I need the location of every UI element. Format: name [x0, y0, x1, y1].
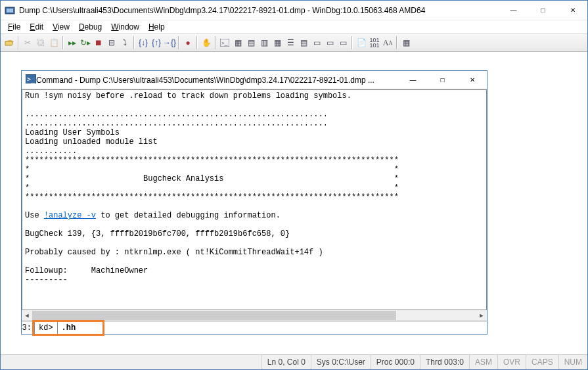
command-window-icon[interactable]: >_ [219, 36, 231, 49]
binary-icon[interactable]: 101101 [369, 36, 380, 49]
toolbar: ✂ ⿻ 📋 ▸▸ ↻▸ ⏹ ⊟ ⤵ {↓} {↑} →{} ● ✋ >_ ▦ ▤… [1, 34, 587, 52]
output-line: Loading User Symbols [25, 128, 120, 137]
output-line: ........................................… [25, 110, 328, 119]
mdi-client-area: >_ Command - Dump C:\Users\ultraali453\D… [1, 52, 587, 354]
close-button[interactable]: ✕ [558, 1, 587, 20]
paste-icon[interactable]: 📋 [48, 36, 60, 49]
command-titlebar[interactable]: >_ Command - Dump C:\Users\ultraali453\D… [22, 71, 487, 89]
scroll-left-arrow-icon[interactable]: ◄ [22, 310, 32, 321]
command-icon: >_ [26, 74, 36, 85]
processor-number: 3: [22, 321, 35, 334]
command-input[interactable]: .hh [58, 321, 487, 334]
output-line: * * [25, 183, 399, 193]
cmd-minimize-button[interactable]: — [398, 71, 428, 89]
command-output[interactable]: Run !sym noisy before .reload to track d… [22, 89, 487, 310]
menu-help[interactable]: Help [144, 21, 170, 33]
scroll-right-arrow-icon[interactable]: ► [476, 310, 487, 321]
command-input-bar: 3: kd> .hh [22, 321, 487, 334]
break-icon[interactable]: ⊟ [106, 36, 118, 49]
menu-file[interactable]: File [3, 21, 25, 33]
output-line: Probably caused by : ntkrnlmp.exe ( nt!K… [25, 248, 323, 257]
output-line: * Bugcheck Analysis * [25, 174, 399, 183]
main-titlebar: Dump C:\Users\ultraali453\Documents\WinD… [1, 1, 587, 20]
registers-window-icon[interactable]: ▥ [258, 36, 270, 49]
command-prompt: kd> [35, 321, 58, 334]
output-line: ****************************************… [25, 193, 399, 202]
command-window-title: Command - Dump C:\Users\ultraali453\Docu… [36, 76, 398, 85]
disasm-window-icon[interactable]: ▤ [298, 36, 309, 49]
copy-icon[interactable]: ⿻ [35, 36, 47, 49]
status-sys[interactable]: Sys 0:C:\User [311, 355, 371, 369]
output-line: BugCheck 139, {3, ffffb2019b6fc700, ffff… [25, 229, 290, 239]
window-title: Dump C:\Users\ultraali453\Documents\WinD… [19, 6, 499, 15]
menu-window[interactable]: Window [106, 21, 144, 33]
minimize-button[interactable]: — [499, 1, 528, 20]
statusbar: Ln 0, Col 0 Sys 0:C:\User Proc 000:0 Thr… [1, 354, 587, 369]
watch-window-icon[interactable]: ▦ [232, 36, 244, 49]
memory-window-icon[interactable]: ▦ [271, 36, 283, 49]
scratch-window-icon[interactable]: ▭ [311, 36, 323, 49]
output-line: Loading unloaded module list [25, 137, 158, 147]
status-thrd[interactable]: Thrd 003:0 [420, 355, 469, 369]
cmd-maximize-button[interactable]: □ [428, 71, 457, 89]
output-line: ****************************************… [25, 156, 399, 165]
output-line: ........................................… [25, 119, 328, 128]
status-ln-col: Ln 0, Col 0 [261, 355, 311, 369]
output-line: * * [25, 165, 399, 174]
app-icon [5, 5, 15, 16]
processes-window-icon[interactable]: ▭ [324, 36, 336, 49]
run-to-cursor-icon[interactable]: →{} [164, 36, 175, 49]
step-into-icon[interactable]: ⤵ [119, 36, 131, 49]
go-icon[interactable]: ▸▸ [66, 36, 78, 49]
svg-text:>_: >_ [27, 76, 35, 83]
step-out-icon[interactable]: {↑} [150, 36, 162, 49]
cut-icon[interactable]: ✂ [22, 36, 34, 49]
status-proc[interactable]: Proc 000:0 [371, 355, 420, 369]
maximize-button[interactable]: □ [528, 1, 558, 20]
svg-text:>_: >_ [221, 40, 228, 46]
hand-icon[interactable]: ✋ [200, 36, 212, 49]
font-icon[interactable]: AA [382, 36, 394, 49]
output-line: --------- [25, 275, 68, 285]
output-line: Run !sym noisy before .reload to track d… [25, 91, 351, 101]
menubar: File Edit View Debug Window Help [1, 20, 587, 34]
statusbar-icon [1, 357, 11, 367]
scroll-track[interactable] [32, 310, 476, 321]
status-ovr: OVR [497, 355, 526, 369]
horizontal-scrollbar[interactable]: ◄ ► [22, 310, 487, 321]
scroll-thumb[interactable] [32, 311, 396, 320]
breakpoint-icon[interactable]: ● [182, 36, 194, 49]
status-caps: CAPS [526, 355, 558, 369]
threads-window-icon[interactable]: ▭ [337, 36, 349, 49]
analyze-link[interactable]: !analyze -v [44, 211, 96, 220]
step-over-icon[interactable]: {↓} [137, 36, 149, 49]
command-window: >_ Command - Dump C:\Users\ultraali453\D… [21, 70, 487, 335]
stop-icon[interactable]: ⏹ [93, 36, 104, 49]
cmd-close-button[interactable]: ✕ [457, 71, 487, 89]
source-mode-icon[interactable]: 📄 [355, 36, 367, 49]
locals-window-icon[interactable]: ▤ [245, 36, 257, 49]
window-controls: — □ ✕ [499, 1, 587, 20]
output-line: Use !analyze -v to get detailed debuggin… [25, 211, 281, 220]
status-asm: ASM [469, 355, 497, 369]
options-icon[interactable]: ▦ [400, 36, 412, 49]
menu-view[interactable]: View [48, 21, 74, 33]
open-icon[interactable] [3, 36, 15, 49]
output-line: Followup: MachineOwner [25, 266, 148, 275]
callstack-window-icon[interactable]: ☰ [284, 36, 296, 49]
svg-rect-1 [7, 9, 13, 12]
menu-edit[interactable]: Edit [25, 21, 48, 33]
output-line: ........... [25, 147, 77, 156]
menu-debug[interactable]: Debug [74, 21, 106, 33]
status-num: NUM [558, 355, 587, 369]
restart-icon[interactable]: ↻▸ [79, 36, 91, 49]
